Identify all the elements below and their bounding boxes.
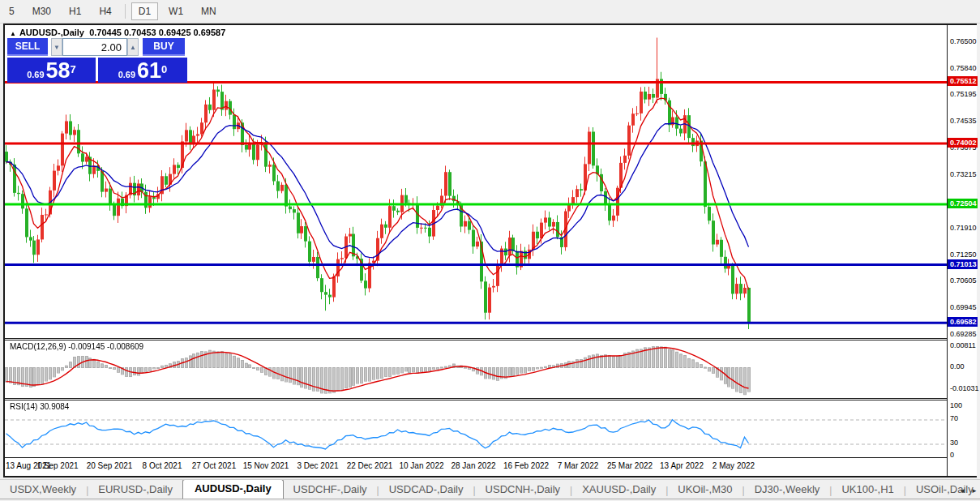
date-tick-label: 3 Dec 2021 — [297, 461, 338, 470]
collapse-icon[interactable]: ▲ — [10, 30, 16, 37]
symbol-tab-ukoil-m30[interactable]: UKOil-,M30 — [668, 481, 742, 499]
chart-ohlc-values: 0.70445 0.70453 0.69425 0.69587 — [89, 28, 225, 37]
buy-price-sup: 0 — [161, 58, 167, 81]
one-click-trade-panel: SELL ▼ 2.00 ▲ BUY 0.69 58 7 0.69 61 0 — [7, 38, 190, 83]
price-tick-label: 0.73215 — [950, 170, 977, 178]
rsi-chart-canvas[interactable] — [5, 400, 947, 457]
macd-tick-label: 0.00811 — [950, 341, 976, 349]
buy-button[interactable]: BUY — [143, 38, 185, 56]
date-tick-label: 2 May 2022 — [713, 461, 755, 470]
rsi-indicator-label: RSI(14) 30.9084 — [10, 402, 69, 411]
date-tick-label: 22 Dec 2021 — [347, 461, 393, 470]
symbol-tab-usdcnh-daily[interactable]: USDCNH-,Daily — [476, 481, 570, 499]
date-tick-label: 7 Mar 2022 — [558, 461, 599, 470]
symbol-tab-bar: USDX,Weekly|EURUSD-,DailyAUDUSD-,DailyUS… — [0, 479, 980, 499]
price-tick-label: 0.71250 — [950, 250, 977, 259]
macd-chart-canvas[interactable] — [5, 340, 947, 398]
price-line-badge: 0.74002 — [948, 138, 978, 148]
symbol-tab-audusd-daily[interactable]: AUDUSD-,Daily — [182, 479, 284, 499]
date-tick-label: 20 Sep 2021 — [87, 461, 133, 470]
timeframe-button-mn[interactable]: MN — [194, 2, 224, 20]
rsi-tick-label: 70 — [950, 414, 958, 422]
sell-price-big: 58 — [46, 61, 71, 81]
symbol-tab-uk100-h1[interactable]: UK100-,H1 — [832, 481, 903, 499]
timeframe-button-d1[interactable]: D1 — [131, 2, 158, 20]
price-line-badge: 0.75512 — [948, 76, 978, 86]
date-tick-label: 25 Mar 2022 — [607, 461, 653, 470]
timeframe-button-h1[interactable]: H1 — [62, 2, 88, 20]
symbol-tab-usdcad-daily[interactable]: USDCAD-,Daily — [379, 481, 473, 499]
price-tick-label: 0.75195 — [950, 90, 977, 98]
macd-tick-label: -0.01031 — [950, 384, 979, 392]
price-line-badge: 0.72504 — [948, 199, 978, 208]
price-tick-label: 0.69945 — [950, 303, 977, 311]
date-tick-label: 13 Apr 2022 — [660, 461, 704, 470]
tab-scroll-left-icon[interactable]: ◄ — [959, 487, 965, 495]
price-line-badge: 0.69582 — [948, 317, 978, 327]
date-tick-label: 8 Oct 2021 — [143, 461, 182, 470]
date-tick-label: 10 Jan 2022 — [399, 461, 443, 470]
timeframe-button-m30[interactable]: M30 — [25, 2, 58, 20]
volume-decrease-icon[interactable]: ▼ — [51, 38, 62, 56]
volume-input[interactable]: 2.00 — [62, 38, 127, 56]
price-axis[interactable]: 0.765000.758400.751950.745350.738750.732… — [947, 25, 977, 476]
buy-price-quote[interactable]: 0.69 61 0 — [98, 58, 187, 83]
sell-price-sup: 7 — [71, 58, 76, 81]
sell-price-quote[interactable]: 0.69 58 7 — [7, 58, 96, 83]
chart-area[interactable]: ▲AUDUSD-,Daily 0.70445 0.70453 0.69425 0… — [5, 25, 947, 476]
volume-increase-icon[interactable]: ▲ — [127, 38, 139, 56]
timeframe-button-h4[interactable]: H4 — [92, 2, 118, 20]
price-tick-label: 0.75840 — [950, 64, 977, 72]
symbol-tab-eurusd-daily[interactable]: EURUSD-,Daily — [88, 481, 182, 499]
symbol-tab-usdx-weekly[interactable]: USDX,Weekly — [0, 481, 86, 499]
sell-button[interactable]: SELL — [7, 38, 48, 56]
date-axis[interactable]: 13 Aug 20211 Sep 202120 Sep 20218 Oct 20… — [5, 459, 947, 475]
date-tick-label: 16 Feb 2022 — [503, 461, 549, 470]
macd-tick-label: 0.00 — [950, 362, 965, 370]
tab-scroll-right-icon[interactable]: ► — [971, 487, 978, 495]
price-tick-label: 0.70605 — [950, 276, 977, 285]
rsi-tick-label: 0 — [950, 451, 954, 459]
price-tick-label: 0.74535 — [950, 117, 977, 125]
price-tick-label: 0.71910 — [950, 224, 977, 232]
chart-symbol-period: AUDUSD-,Daily — [19, 28, 84, 37]
date-axis-line — [5, 457, 947, 458]
buy-price-prefix: 0.69 — [118, 68, 135, 81]
macd-indicator-label: MACD(12,26,9) -0.009145 -0.008609 — [10, 342, 143, 351]
price-tick-label: 0.76500 — [950, 37, 977, 45]
date-tick-label: 15 Nov 2021 — [243, 461, 289, 470]
tab-scroll-arrows: ◄► — [953, 487, 978, 495]
symbol-tab-usdchf-daily[interactable]: USDCHF-,Daily — [284, 481, 377, 499]
chart-window: ▲AUDUSD-,Daily 0.70445 0.70453 0.69425 0… — [3, 24, 977, 477]
timeframe-button-w1[interactable]: W1 — [161, 2, 190, 20]
price-tick-label: 0.69285 — [950, 330, 977, 338]
rsi-tick-label: 100 — [950, 401, 962, 409]
timeframe-toolbar: 5M30H1H4D1W1MN — [0, 0, 980, 24]
date-tick-label: 1 Sep 2021 — [36, 461, 78, 470]
timeframe-button-5[interactable]: 5 — [2, 2, 22, 20]
symbol-tab-xauusd-daily[interactable]: XAUUSD-,Daily — [572, 481, 665, 499]
buy-price-big: 61 — [137, 61, 161, 81]
rsi-tick-label: 30 — [950, 439, 958, 447]
toolbar-separator — [125, 4, 126, 19]
price-line-badge: 0.71013 — [948, 259, 978, 269]
date-tick-label: 27 Oct 2021 — [192, 461, 236, 470]
symbol-tab-dj30-weekly[interactable]: DJ30-,Weekly — [745, 481, 830, 499]
date-tick-label: 28 Jan 2022 — [451, 461, 495, 470]
chart-title: ▲AUDUSD-,Daily 0.70445 0.70453 0.69425 0… — [10, 28, 225, 37]
sell-price-prefix: 0.69 — [27, 68, 44, 81]
